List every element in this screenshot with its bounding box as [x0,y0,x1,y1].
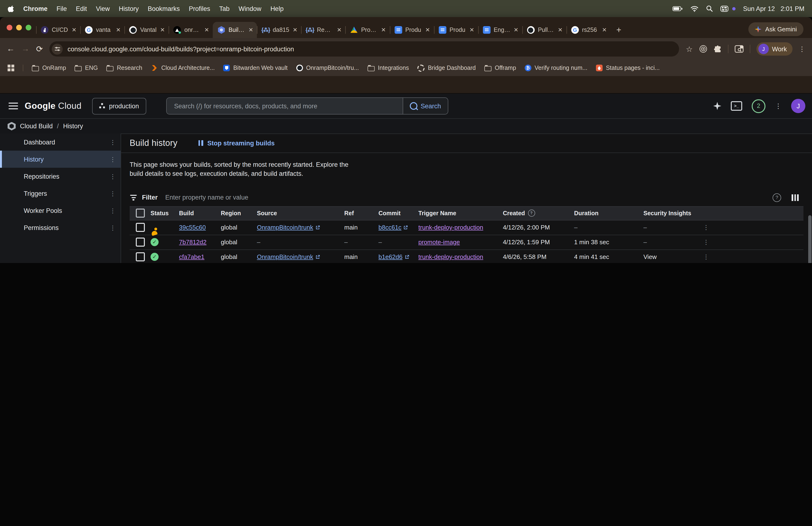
browser-tab[interactable]: onram ✕ [169,22,213,38]
menubar-item[interactable]: Bookmarks [148,5,180,12]
column-header[interactable]: Build [179,210,221,217]
tab-close-icon[interactable]: ✕ [513,27,518,33]
chrome-menu-icon[interactable]: ⋮ [799,46,806,52]
menubar-item[interactable]: Chrome [23,5,47,12]
spotlight-icon[interactable] [706,5,713,12]
trigger-link[interactable]: trunk-deploy-production [418,224,503,231]
control-center-icon[interactable] [720,5,728,12]
browser-tab[interactable]: Pull re ✕ [522,22,566,38]
source-link[interactable]: OnrampBitcoin/trunk [257,224,320,231]
row-menu-icon[interactable]: ⋮ [703,224,709,231]
address-bar[interactable]: console.cloud.google.com/cloud-build/bui… [49,41,679,57]
tab-close-icon[interactable]: ✕ [337,27,342,33]
trigger-link[interactable]: trunk-deploy-production [418,254,503,261]
menubar-clock[interactable]: Sun Apr 122:01 PM [743,5,804,12]
gemini-sparkle-icon[interactable] [713,102,721,110]
tab-close-icon[interactable]: ✕ [204,27,209,33]
more-options-icon[interactable]: ⋮ [775,103,782,109]
pin-menu-icon[interactable]: ⋮ [110,224,116,231]
bookmark-item[interactable]: Bridge Dashboard [417,65,476,71]
profile-chip[interactable]: J Work [756,42,793,56]
sidebar-item[interactable]: Permissions ⋮ [0,219,121,236]
browser-tab[interactable]: vanta ✕ [80,22,125,38]
new-tab-button[interactable]: + [611,25,627,38]
table-row[interactable]: 39c55c60 global OnrampBitcoin/trunk main [130,221,803,235]
commit-link[interactable]: b1e62d6 [378,254,409,261]
browser-tab[interactable]: Proces ✕ [346,22,390,38]
browser-tab[interactable]: rs256 ✕ [566,22,611,38]
browser-tab[interactable]: da815 ✕ [257,22,301,38]
build-id-link[interactable]: 7b7812d2 [179,239,221,246]
search-button[interactable]: Search [403,98,448,114]
pin-menu-icon[interactable]: ⋮ [110,190,116,197]
row-checkbox[interactable] [136,238,145,247]
bookmark-star-icon[interactable]: ☆ [686,44,693,54]
bookmark-item[interactable]: Offramp [484,65,516,71]
bookmark-item[interactable]: Status pages - inci... [596,65,660,71]
tab-close-icon[interactable]: ✕ [558,27,563,33]
forward-button[interactable]: → [21,44,29,54]
sidebar-item[interactable]: Dashboard ⋮ [0,133,121,151]
table-row[interactable]: ✓ 7b7812d2 global – [130,235,803,250]
pin-menu-icon[interactable]: ⋮ [110,156,116,163]
table-row[interactable]: ✓ cfa7abe1 global OnrampBitcoin/trunk [130,250,803,263]
tab-close-icon[interactable]: ✕ [116,27,121,33]
trigger-link[interactable]: promote-image [418,239,503,246]
column-header[interactable]: Created ? [503,210,574,217]
bookmark-item[interactable]: Integrations [367,65,409,71]
reload-button[interactable]: ⟳ [36,44,43,54]
menubar-item[interactable]: Window [238,5,261,12]
browser-tab[interactable]: CI/CD ✕ [36,22,80,38]
menubar-item[interactable]: File [57,5,67,12]
bookmark-item[interactable]: OnrampBitcoin/tru... [296,65,359,71]
back-button[interactable]: ← [6,44,15,54]
side-panel-search-icon[interactable] [734,45,743,53]
tab-close-icon[interactable]: ✕ [293,27,298,33]
cloud-shell-icon[interactable]: >_ [731,101,742,111]
column-header[interactable]: Security Insights [643,210,697,217]
sidebar-item[interactable]: Worker Pools ⋮ [0,202,121,219]
menubar-item[interactable]: Edit [76,5,87,12]
commit-link[interactable]: b8cc61c [378,224,408,231]
row-menu-icon[interactable]: ⋮ [703,254,709,261]
tab-close-icon[interactable]: ✕ [425,27,430,33]
filter-input[interactable]: Enter property name or value [165,194,248,201]
row-menu-icon[interactable]: ⋮ [703,239,709,246]
sidebar-item[interactable]: History ⋮ [0,151,121,168]
menubar-item[interactable]: History [119,5,139,12]
tab-close-icon[interactable]: ✕ [381,27,386,33]
bookmark-item[interactable]: ENG [75,65,98,71]
minimize-window-button[interactable] [16,25,22,30]
select-all-checkbox[interactable] [136,209,145,218]
notifications-badge[interactable]: 2 [752,99,766,113]
tab-close-icon[interactable]: ✕ [249,27,253,33]
battery-icon[interactable] [672,6,683,11]
extensions-puzzle-icon[interactable] [713,45,722,53]
search-input[interactable]: Search (/) for resources, docs, products… [166,98,403,114]
bookmark-item[interactable]: Bitwarden Web vault [223,65,288,71]
breadcrumb-product[interactable]: Cloud Build [20,123,53,130]
row-checkbox[interactable] [136,253,145,261]
pin-menu-icon[interactable]: ⋮ [110,173,116,180]
bookmark-item[interactable]: Research [106,65,142,71]
apps-grid-icon[interactable] [8,65,14,71]
pin-menu-icon[interactable]: ⋮ [110,207,116,214]
bookmark-item[interactable]: OnRamp [32,65,66,71]
column-header[interactable]: Status [150,210,179,217]
column-header[interactable]: Region [221,210,257,217]
apple-icon[interactable] [8,5,15,12]
zoom-window-button[interactable] [26,25,31,30]
tab-close-icon[interactable]: ✕ [469,27,474,33]
google-cloud-logo[interactable]: Google Cloud [25,101,82,111]
browser-tab[interactable]: Vantal ✕ [125,22,169,38]
close-window-button[interactable] [6,25,12,30]
menubar-item[interactable]: View [96,5,110,12]
stop-streaming-button[interactable]: Stop streaming builds [198,140,275,146]
bookmark-item[interactable]: Verify routing num... [525,65,588,71]
browser-tab[interactable]: Produ ✕ [434,22,478,38]
browser-tab[interactable]: Engine ✕ [478,22,522,38]
navigation-menu-icon[interactable] [9,103,18,109]
browser-tab[interactable]: Repos ✕ [301,22,346,38]
column-header[interactable]: Commit [378,210,418,217]
tab-close-icon[interactable]: ✕ [602,27,607,33]
